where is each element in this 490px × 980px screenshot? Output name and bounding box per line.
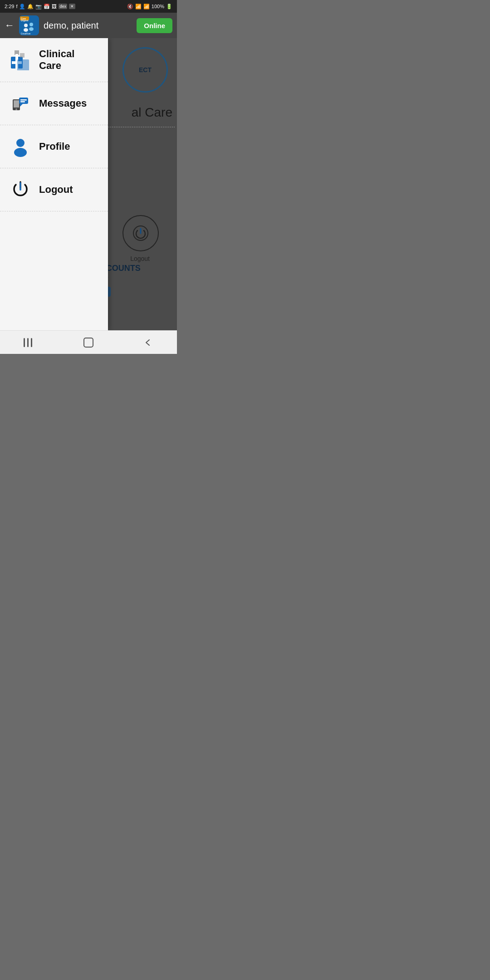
svg-rect-22 [20,101,25,103]
bottom-nav [0,330,177,354]
svg-point-4 [24,24,28,27]
wifi-icon: 📶 [135,4,142,10]
svg-rect-17 [14,100,19,108]
svg-marker-20 [20,104,23,107]
svg-text:GreatRiver: GreatRiver [21,33,31,35]
messages-label: Messages [39,98,87,109]
back-button[interactable]: ← [5,20,15,31]
fb-icon: f [16,4,17,9]
svg-rect-19 [19,98,28,104]
calendar-icon: 📅 [44,4,50,10]
menu-item-profile[interactable]: Profile [0,125,108,168]
svg-rect-27 [27,338,29,347]
svg-point-5 [24,28,28,32]
app-header: ← Care Urgent GreatRiver demo, patient O… [0,13,177,38]
time-display: 2:29 [5,4,14,9]
person-icon: 👤 [19,4,25,10]
signal-icon: 📶 [143,4,150,10]
logout-icon [9,178,32,201]
status-right: 🔇 📶 📶 100% 🔋 [127,4,172,10]
navigation-drawer: Clinical Care Messages [0,38,108,330]
app-logo: Care Urgent GreatRiver [19,15,39,35]
clinical-care-label: Clinical Care [39,48,99,72]
svg-rect-14 [20,53,24,58]
svg-rect-29 [84,338,93,347]
image-icon: 🖼 [52,4,57,9]
insta-icon: 📷 [35,4,42,10]
svg-point-6 [29,23,33,26]
battery-icon: 🔋 [166,4,172,10]
menu-item-logout[interactable]: Logout [0,168,108,211]
dex-icon: dex [59,4,67,9]
menu-item-messages[interactable]: Messages [0,82,108,125]
online-button[interactable]: Online [137,18,172,33]
profile-label: Profile [39,141,70,152]
close-icon: ✕ [69,4,75,9]
svg-point-23 [16,139,24,147]
battery-label: 100% [152,4,164,9]
header-title: demo, patient [44,20,132,31]
svg-rect-28 [31,338,32,347]
messages-icon [9,92,32,115]
nav-home-button[interactable] [77,333,100,352]
nav-menu-button[interactable] [18,333,41,352]
svg-point-24 [14,148,27,157]
svg-text:Urgent: Urgent [21,19,28,22]
logout-label: Logout [39,184,73,196]
mute-icon: 🔇 [127,4,133,10]
svg-rect-15 [17,59,29,70]
clinical-care-icon [9,49,32,71]
status-left: 2:29 f 👤 🔔 📷 📅 🖼 dex ✕ [5,4,75,10]
menu-item-clinical-care[interactable]: Clinical Care [0,38,108,82]
status-bar: 2:29 f 👤 🔔 📷 📅 🖼 dex ✕ 🔇 📶 📶 100% 🔋 [0,0,177,13]
profile-icon [9,135,32,158]
nav-back-button[interactable] [136,333,159,352]
svg-point-18 [15,108,17,110]
svg-rect-21 [20,99,27,101]
notif-icon: 🔔 [27,4,34,10]
svg-rect-26 [24,338,25,347]
svg-point-7 [29,27,34,31]
